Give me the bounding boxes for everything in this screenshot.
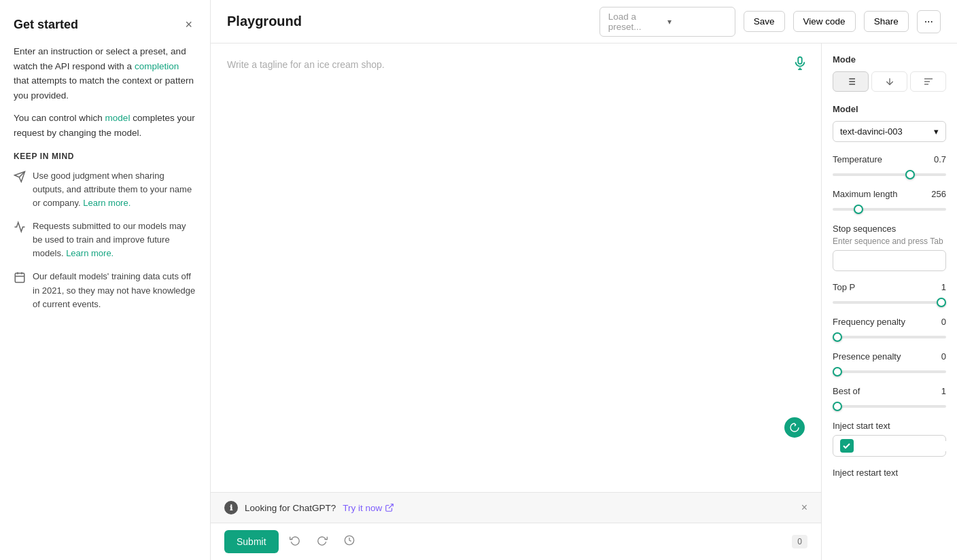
tip-text-2: Requests submitted to our models may be … (33, 220, 196, 260)
banner-close-button[interactable]: × (801, 502, 807, 514)
chatgpt-banner: ℹ Looking for ChatGPT? Try it now × (211, 492, 821, 523)
activity-icon (14, 221, 26, 233)
svg-rect-6 (798, 57, 802, 64)
content-area: ℹ Looking for ChatGPT? Try it now × Subm… (211, 43, 957, 560)
history-button[interactable] (338, 531, 360, 553)
inject-restart-label: Inject restart text (833, 468, 946, 478)
temperature-value: 0.7 (934, 154, 946, 164)
submit-button[interactable]: Submit (224, 530, 279, 553)
top-p-value: 1 (941, 282, 946, 292)
try-it-now-link[interactable]: Try it now (343, 503, 394, 513)
inject-start-field (833, 435, 946, 457)
more-options-button[interactable]: ··· (917, 10, 941, 33)
page-title: Playground (227, 14, 591, 29)
max-length-slider[interactable] (833, 208, 946, 211)
learn-more-link-1[interactable]: Learn more. (83, 198, 130, 208)
best-of-value: 1 (941, 386, 946, 396)
editor-footer: Submit 0 (211, 523, 821, 560)
model-label: Model (833, 104, 946, 114)
presence-row: Presence penalty 0 (833, 351, 946, 362)
stop-sequences-input[interactable] (833, 250, 946, 271)
temperature-label: Temperature (833, 154, 882, 164)
mode-label: Mode (833, 54, 946, 65)
inject-start-checkbox[interactable] (840, 439, 854, 453)
sidebar-desc1: Enter an instruction or select a preset,… (14, 44, 196, 103)
send-icon (14, 171, 26, 183)
mode-edit-button[interactable] (910, 71, 946, 92)
tip-item-2: Requests submitted to our models may be … (14, 220, 196, 260)
frequency-slider[interactable] (833, 336, 946, 338)
sidebar-header: Get started × (14, 16, 196, 33)
temperature-control: Temperature 0.7 (833, 154, 946, 178)
max-length-control: Maximum length 256 (833, 189, 946, 213)
sidebar-title: Get started (14, 18, 78, 32)
stop-sequences-hint: Enter sequence and press Tab (833, 237, 946, 246)
top-p-control: Top P 1 (833, 282, 946, 306)
mode-complete-button[interactable] (833, 71, 869, 92)
sidebar: Get started × Enter an instruction or se… (0, 0, 211, 560)
tip-item-3: Our default models' training data cuts o… (14, 270, 196, 311)
preset-placeholder: Load a preset... (608, 12, 667, 32)
tip-item-1: Use good judgment when sharing outputs, … (14, 169, 196, 210)
keep-in-mind-heading: KEEP IN MIND (14, 152, 196, 161)
temperature-slider[interactable] (833, 173, 946, 176)
regenerate-button[interactable] (784, 417, 805, 438)
chevron-down-icon: ▾ (667, 17, 727, 27)
best-of-slider[interactable] (833, 405, 946, 408)
undo-button[interactable] (284, 531, 306, 553)
inject-start-input[interactable] (858, 441, 957, 451)
frequency-value: 0 (941, 317, 946, 327)
mode-buttons (833, 71, 946, 92)
frequency-row: Frequency penalty 0 (833, 317, 946, 327)
top-p-row: Top P 1 (833, 282, 946, 292)
right-panel: Mode Model text-davinci-003 ▾ (821, 43, 957, 560)
info-icon: ℹ (224, 501, 238, 514)
frequency-penalty-control: Frequency penalty 0 (833, 317, 946, 340)
svg-line-9 (389, 504, 393, 508)
prompt-container (211, 43, 821, 492)
temperature-row: Temperature 0.7 (833, 154, 946, 164)
calendar-icon (14, 271, 26, 283)
stop-sequences-control: Stop sequences Enter sequence and press … (833, 224, 946, 282)
close-sidebar-button[interactable]: × (181, 16, 196, 33)
inject-restart-control: Inject restart text (833, 468, 946, 478)
max-length-value: 256 (931, 189, 946, 199)
presence-value: 0 (941, 351, 946, 362)
top-header: Playground Load a preset... ▾ Save View … (211, 0, 957, 43)
best-of-label: Best of (833, 386, 860, 396)
main-area: Playground Load a preset... ▾ Save View … (211, 0, 957, 560)
svg-rect-2 (15, 273, 24, 283)
stop-sequences-label: Stop sequences (833, 224, 946, 234)
save-button[interactable]: Save (744, 11, 785, 32)
tip-text-1: Use good judgment when sharing outputs, … (33, 169, 196, 210)
inject-start-label: Inject start text (833, 421, 946, 431)
redo-button[interactable] (311, 531, 333, 553)
max-length-label: Maximum length (833, 189, 897, 199)
learn-more-link-2[interactable]: Learn more. (66, 248, 114, 258)
model-chevron-icon: ▾ (934, 126, 939, 137)
completion-link[interactable]: completion (135, 61, 179, 71)
top-p-slider[interactable] (833, 301, 946, 304)
mic-icon[interactable] (793, 56, 807, 74)
sidebar-desc2: You can control which model completes yo… (14, 111, 196, 140)
model-dropdown[interactable]: text-davinci-003 ▾ (833, 121, 946, 142)
model-link[interactable]: model (105, 113, 130, 123)
presence-slider[interactable] (833, 370, 946, 373)
inject-start-control: Inject start text (833, 421, 946, 457)
model-value: text-davinci-003 (840, 126, 903, 137)
view-code-button[interactable]: View code (793, 11, 856, 32)
prompt-textarea[interactable] (227, 57, 805, 478)
mode-insert-button[interactable] (871, 71, 907, 92)
presence-penalty-control: Presence penalty 0 (833, 351, 946, 375)
best-of-control: Best of 1 (833, 386, 946, 410)
load-preset-dropdown[interactable]: Load a preset... ▾ (599, 7, 735, 37)
editor-area: ℹ Looking for ChatGPT? Try it now × Subm… (211, 43, 821, 560)
banner-text: Looking for ChatGPT? (245, 503, 336, 513)
token-count: 0 (792, 535, 807, 548)
top-p-label: Top P (833, 282, 855, 292)
share-button[interactable]: Share (864, 11, 909, 32)
frequency-label: Frequency penalty (833, 317, 905, 327)
try-it-now-label: Try it now (343, 503, 382, 513)
presence-label: Presence penalty (833, 351, 901, 362)
tip-text-3: Our default models' training data cuts o… (33, 270, 196, 311)
